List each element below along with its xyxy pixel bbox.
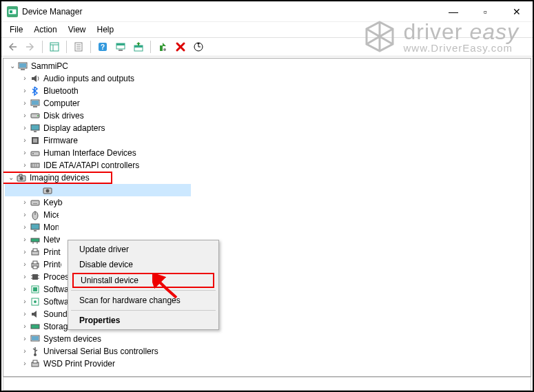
tree-item[interactable]: ›Keyboards [5, 196, 529, 209]
svg-rect-28 [34, 131, 37, 132]
camera-icon [16, 172, 27, 183]
disk-icon [30, 110, 41, 121]
menu-view[interactable]: View [63, 23, 92, 36]
tree-item-imaging[interactable]: ⌄Imaging devices [3, 172, 112, 184]
tree-item[interactable]: ›System devices [5, 333, 529, 345]
tree-root[interactable]: ⌄ SammiPC [5, 60, 529, 72]
usb-icon [30, 346, 41, 357]
tree-child-item[interactable]: · [5, 184, 191, 196]
help-button[interactable]: ? [94, 39, 111, 54]
expand-icon[interactable]: › [20, 209, 30, 221]
menu-disable-device[interactable]: Disable device [70, 257, 217, 272]
tree-item[interactable]: ›Computer [5, 97, 529, 110]
toolbar: ? [1, 37, 533, 56]
back-button[interactable] [4, 39, 21, 54]
forward-button[interactable] [22, 39, 39, 54]
tree-item[interactable]: ›Bluetooth [5, 85, 529, 97]
toolbar-separator [150, 41, 151, 53]
expand-icon[interactable]: › [20, 271, 30, 283]
collapse-icon[interactable]: ⌄ [8, 60, 17, 72]
expand-icon[interactable]: › [20, 296, 30, 308]
svg-rect-48 [31, 238, 39, 242]
update-driver-button[interactable] [130, 39, 147, 54]
collapse-icon[interactable]: ⌄ [6, 172, 16, 184]
enable-button[interactable] [154, 39, 171, 54]
svg-rect-39 [19, 174, 22, 176]
menubar: File Action View Help [1, 22, 533, 37]
svg-point-26 [37, 115, 39, 116]
expand-icon[interactable]: › [20, 320, 30, 333]
expand-icon[interactable]: › [20, 147, 30, 159]
menu-file[interactable]: File [4, 23, 28, 36]
expand-icon[interactable]: › [20, 134, 30, 147]
expand-icon[interactable]: › [20, 221, 30, 234]
menu-properties[interactable]: Properties [70, 313, 217, 328]
tree-item[interactable]: ›Human Interface Devices [5, 147, 529, 159]
tree-item-label: Audio inputs and outputs [43, 72, 134, 85]
display-icon [30, 123, 41, 134]
processor-icon [30, 271, 41, 282]
expand-icon[interactable]: › [20, 122, 30, 134]
scan-hardware-button[interactable] [190, 39, 207, 54]
expand-icon[interactable]: › [20, 159, 30, 172]
audio-icon [30, 73, 41, 84]
camera-icon [42, 185, 53, 196]
tree-item-label: Mice and other pointing devices [43, 209, 59, 221]
expand-icon[interactable]: › [20, 234, 30, 246]
expand-icon[interactable]: › [20, 333, 30, 345]
svg-rect-32 [32, 153, 34, 154]
menu-help[interactable]: Help [92, 23, 120, 36]
tree-item[interactable]: ›Mice and other pointing devices [5, 209, 529, 221]
expand-icon[interactable]: › [20, 85, 30, 97]
menu-action[interactable]: Action [28, 23, 62, 36]
maximize-button[interactable]: ▫ [469, 1, 501, 22]
tree-item[interactable]: ›Universal Serial Bus controllers [5, 345, 529, 358]
svg-rect-13 [119, 50, 123, 51]
expand-icon[interactable]: › [20, 283, 30, 296]
tree-item[interactable]: ›Firmware [5, 134, 529, 147]
uninstall-button[interactable] [172, 39, 189, 54]
show-hide-tree-button[interactable] [46, 39, 63, 54]
tree-item[interactable]: ›Monitors [5, 221, 529, 234]
svg-rect-1 [10, 10, 12, 13]
tree-item[interactable]: ›WSD Print Provider [5, 358, 529, 370]
tree-item[interactable]: ›Display adapters [5, 122, 529, 134]
close-button[interactable]: ✕ [501, 1, 533, 22]
menu-scan-hardware[interactable]: Scan for hardware changes [70, 293, 217, 308]
svg-rect-52 [33, 249, 37, 251]
tree-item-label: Computer [43, 97, 80, 110]
expand-icon[interactable]: › [20, 97, 30, 110]
tree-item[interactable]: ›Disk drives [5, 110, 529, 122]
expand-icon[interactable]: › [20, 246, 30, 258]
expand-icon[interactable]: › [20, 196, 30, 209]
scan-button[interactable] [112, 39, 129, 54]
tree-item-label: Printers [43, 258, 61, 271]
svg-rect-62 [33, 287, 37, 291]
tree-item-label: System devices [43, 333, 101, 345]
expand-icon[interactable]: › [20, 258, 30, 271]
svg-rect-46 [31, 224, 39, 229]
tree-item-label: Bluetooth [43, 85, 79, 97]
menu-uninstall-device[interactable]: Uninstall device [72, 273, 214, 288]
window-controls: — ▫ ✕ [438, 1, 533, 22]
expand-icon[interactable]: › [20, 110, 30, 122]
properties-button[interactable] [70, 39, 87, 54]
tree-item[interactable]: ›IDE ATA/ATAPI controllers [5, 159, 529, 172]
expand-icon[interactable]: › [20, 72, 30, 85]
tree-item-label: Print queues [43, 246, 61, 258]
expand-icon[interactable]: › [20, 308, 30, 320]
computer-icon [30, 98, 41, 109]
tree-item[interactable]: ›Audio inputs and outputs [5, 72, 529, 85]
titlebar: Device Manager — ▫ ✕ [1, 1, 533, 22]
minimize-button[interactable]: — [438, 1, 469, 22]
hid-icon [30, 147, 41, 158]
expand-icon[interactable]: › [20, 345, 30, 358]
svg-rect-47 [34, 230, 37, 231]
firmware-icon [30, 135, 41, 146]
menu-separator [71, 310, 216, 311]
expand-icon[interactable]: › [20, 358, 30, 370]
window-title: Device Manager [22, 7, 438, 17]
menu-update-driver[interactable]: Update driver [70, 242, 217, 257]
tree-item-label: IDE ATA/ATAPI controllers [43, 159, 139, 172]
toolbar-separator [90, 41, 91, 53]
